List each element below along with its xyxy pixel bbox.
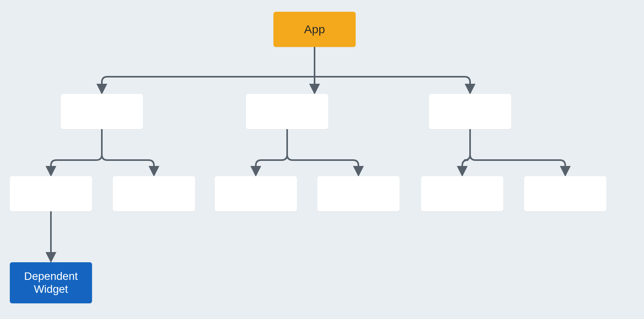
node-app-label: App xyxy=(304,23,325,36)
node-level1-c xyxy=(429,94,511,129)
node-level2-a1 xyxy=(10,176,92,211)
node-level2-b1 xyxy=(215,176,297,211)
node-level2-c1 xyxy=(421,176,503,211)
node-dependent-widget-label: Dependent Widget xyxy=(24,270,78,295)
node-level2-c2 xyxy=(524,176,606,211)
node-level2-b2 xyxy=(317,176,400,211)
node-level2-a2 xyxy=(113,176,195,211)
node-dependent-widget: Dependent Widget xyxy=(10,262,92,303)
connectors-svg xyxy=(0,0,644,319)
node-level1-b xyxy=(246,94,328,129)
node-level1-a xyxy=(61,94,143,129)
diagram-canvas: App Dependent Widget xyxy=(0,0,644,319)
node-app: App xyxy=(273,12,356,47)
